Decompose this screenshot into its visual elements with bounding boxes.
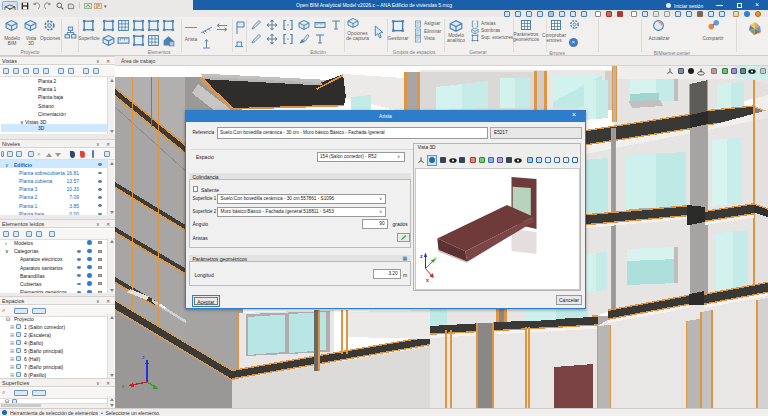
svg-text:x: x <box>426 277 430 283</box>
svg-text:y: y <box>434 255 437 261</box>
svg-text:z: z <box>420 253 423 259</box>
